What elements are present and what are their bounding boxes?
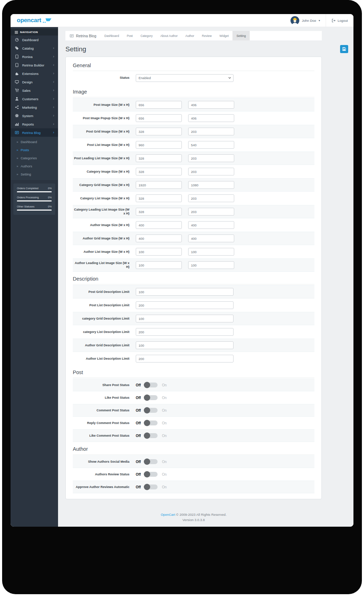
tab-setting[interactable]: Setting — [232, 31, 249, 40]
chevron-right-icon: › — [53, 114, 54, 117]
sidebar-menu: Dashboard › Catalog › Ronixa › — [11, 36, 58, 137]
toggle-switch[interactable] — [144, 395, 158, 400]
limit-input[interactable] — [136, 341, 234, 349]
nav-header: NAVIGATION — [11, 29, 58, 36]
width-input[interactable] — [136, 181, 182, 189]
toggle-on-label: On — [162, 460, 166, 464]
sidebar-item-ronixa[interactable]: Ronixa › — [11, 52, 58, 61]
logout-button[interactable]: Logout — [326, 14, 353, 27]
height-input[interactable] — [188, 221, 234, 229]
height-input[interactable] — [188, 235, 234, 242]
sidebar-item-design[interactable]: Design › — [11, 78, 58, 86]
user-menu[interactable]: John Doe ▾ — [285, 14, 326, 27]
sidebar-item-sales[interactable]: Sales › — [11, 86, 58, 95]
toggle-knob — [144, 407, 150, 413]
limit-input[interactable] — [136, 328, 234, 336]
width-input[interactable] — [136, 261, 182, 269]
status-select-wrap: Enabled — [136, 74, 234, 82]
height-input[interactable] — [188, 114, 234, 122]
toggle-switch[interactable] — [144, 421, 158, 425]
sidebar-item-extensions[interactable]: Extensions › — [11, 69, 58, 78]
toggle-switch[interactable] — [144, 459, 158, 464]
sidebar-item-dashboard[interactable]: Dashboard › — [11, 36, 58, 44]
toggle-row: Share Post Status Off On — [73, 379, 314, 391]
sidebar-item-catalog[interactable]: Catalog › — [11, 44, 58, 52]
sidebar-item-marketing[interactable]: Marketing › — [11, 103, 58, 111]
toggle-on-label: On — [162, 409, 166, 412]
width-input[interactable] — [136, 114, 182, 122]
tab-list: Dashboard Post Category About Author — [101, 31, 250, 40]
width-input[interactable] — [136, 101, 182, 109]
section-description-heading: Description — [73, 276, 314, 284]
width-input[interactable] — [136, 248, 182, 256]
avatar — [290, 16, 299, 25]
tab-author[interactable]: Author — [181, 31, 198, 40]
height-input[interactable] — [188, 154, 234, 162]
field-label: Post Grid Description Limit — [74, 290, 136, 294]
tab-about-author[interactable]: About Author — [157, 31, 181, 40]
width-input[interactable] — [136, 168, 182, 175]
height-input[interactable] — [188, 261, 234, 269]
width-input[interactable] — [136, 221, 182, 229]
toggle-row: Comment Post Status Off On — [73, 404, 314, 417]
limit-input[interactable] — [136, 355, 234, 362]
save-button[interactable] — [340, 45, 348, 53]
toggle-switch[interactable] — [144, 433, 158, 438]
sidebar-item-retrina-blog[interactable]: Retrina Blog › — [11, 128, 58, 137]
status-select[interactable]: Enabled — [136, 74, 234, 82]
device-frame: opencart John Doe ▾ — [2, 0, 362, 594]
field-label: Like Post Status — [74, 396, 136, 400]
height-input[interactable] — [188, 181, 234, 189]
width-input[interactable] — [136, 154, 182, 162]
toggle-off-label: Off — [136, 473, 141, 476]
sidebar-item-label: Ronixa — [22, 55, 33, 59]
toggle-on-label: On — [162, 485, 166, 489]
submenu-item-authors[interactable]: » Authors — [11, 162, 58, 170]
toggle-off-label: Off — [136, 383, 141, 387]
toggle-off-label: Off — [136, 485, 141, 489]
stat-orders-processing: Orders Processing 0% — [17, 196, 52, 201]
height-input[interactable] — [188, 208, 234, 216]
field-label: Category Grid Image Size (W x H) — [74, 183, 136, 187]
toggle-switch[interactable] — [144, 408, 158, 413]
limit-input[interactable] — [136, 301, 234, 309]
tab-dashboard[interactable]: Dashboard — [101, 31, 123, 40]
sidebar-item-retrina-builder[interactable]: Retrina Builder › — [11, 61, 58, 69]
opencart-link[interactable]: OpenCart — [161, 513, 175, 516]
tab-category[interactable]: Category — [136, 31, 157, 40]
image-size-row: Post Image Popup Size (W x H) — [73, 111, 314, 125]
limit-input[interactable] — [136, 315, 234, 322]
toggle-switch[interactable] — [144, 484, 158, 489]
submenu-item-categories[interactable]: » Categories — [11, 154, 58, 162]
main-content: Retrina Blog Dashboard Post Categ — [58, 27, 353, 527]
tab-widget[interactable]: Widget — [216, 31, 232, 40]
sidebar-item-label: Catalog — [22, 46, 34, 50]
sidebar-item-reports[interactable]: Reports › — [11, 120, 58, 128]
limit-input[interactable] — [136, 288, 234, 296]
opencart-logo: opencart — [11, 17, 58, 24]
width-input[interactable] — [136, 128, 182, 135]
width-input[interactable] — [136, 208, 182, 216]
height-input[interactable] — [188, 168, 234, 175]
cart-icon — [15, 88, 19, 92]
submenu-item-posts[interactable]: » Posts — [11, 146, 58, 154]
tab-review[interactable]: Review — [198, 31, 216, 40]
width-input[interactable] — [136, 194, 182, 202]
height-input[interactable] — [188, 248, 234, 256]
sidebar-item-label: Customers — [22, 97, 38, 101]
chevron-right-icon: › — [53, 105, 54, 109]
sidebar-item-customers[interactable]: Customers › — [11, 95, 58, 103]
tab-post[interactable]: Post — [123, 31, 136, 40]
toggle-switch[interactable] — [144, 472, 158, 477]
height-input[interactable] — [188, 141, 234, 149]
height-input[interactable] — [188, 194, 234, 202]
submenu-item-dashboard[interactable]: » Dashboard — [11, 138, 58, 146]
height-input[interactable] — [188, 101, 234, 109]
height-input[interactable] — [188, 128, 234, 135]
submenu-item-setting[interactable]: » Setting — [11, 170, 58, 178]
sidebar-item-system[interactable]: System › — [11, 111, 58, 120]
width-input[interactable] — [136, 235, 182, 242]
width-input[interactable] — [136, 141, 182, 149]
toggle-switch[interactable] — [144, 383, 158, 387]
post-toggle-rows: Share Post Status Off On Like Post Statu… — [73, 379, 314, 442]
